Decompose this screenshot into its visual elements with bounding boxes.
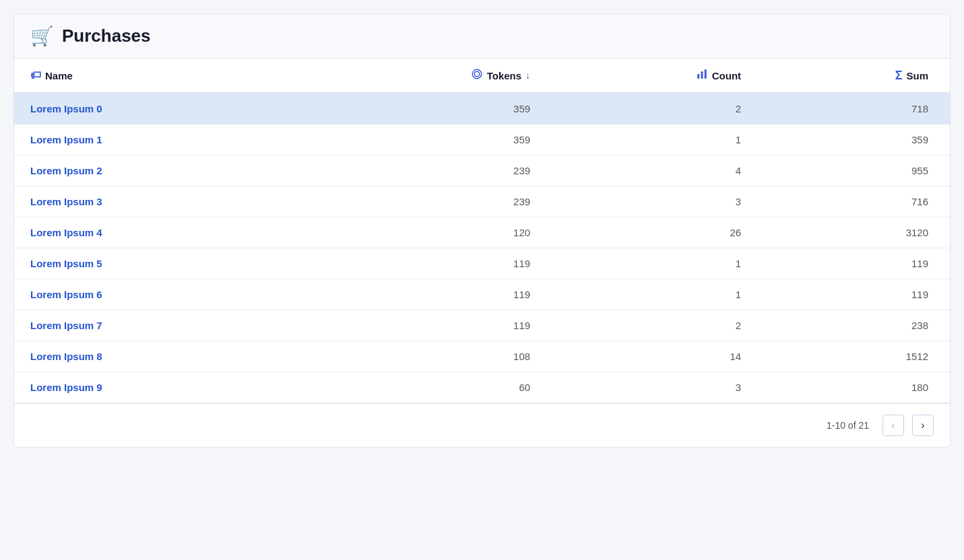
table-row: Lorem Ipsum 8108141512 <box>14 341 950 372</box>
cell-sum: 180 <box>757 372 950 403</box>
cell-name[interactable]: Lorem Ipsum 2 <box>14 155 297 186</box>
tokens-icon <box>471 68 483 83</box>
purchases-table: 🏷 Name <box>14 59 950 403</box>
svg-rect-3 <box>701 71 703 79</box>
cell-count: 26 <box>546 217 757 248</box>
col-header-count[interactable]: Count <box>546 59 757 93</box>
cell-count: 1 <box>546 125 757 155</box>
cart-icon: 🛒 <box>30 25 54 47</box>
table-row: Lorem Ipsum 13591359 <box>14 125 950 155</box>
table-row: Lorem Ipsum 71192238 <box>14 310 950 341</box>
cell-tokens: 119 <box>297 279 546 310</box>
cell-tokens: 108 <box>297 341 546 372</box>
cell-count: 3 <box>546 372 757 403</box>
cell-count: 2 <box>546 93 757 125</box>
cell-name[interactable]: Lorem Ipsum 9 <box>14 372 297 403</box>
cell-tokens: 119 <box>297 248 546 279</box>
bar-chart-icon <box>696 68 708 83</box>
table-row: Lorem Ipsum 9603180 <box>14 372 950 403</box>
svg-point-0 <box>472 69 482 79</box>
cell-sum: 718 <box>757 93 950 125</box>
table-container: 🏷 Name <box>14 59 950 403</box>
svg-rect-4 <box>705 69 707 79</box>
cell-sum: 955 <box>757 155 950 186</box>
cell-tokens: 239 <box>297 155 546 186</box>
cell-tokens: 239 <box>297 186 546 217</box>
table-row: Lorem Ipsum 4120263120 <box>14 217 950 248</box>
cell-name[interactable]: Lorem Ipsum 3 <box>14 186 297 217</box>
pagination-next-button[interactable]: › <box>912 415 934 436</box>
cell-sum: 3120 <box>757 217 950 248</box>
svg-rect-2 <box>697 74 699 79</box>
cell-name[interactable]: Lorem Ipsum 8 <box>14 341 297 372</box>
cell-sum: 359 <box>757 125 950 155</box>
svg-point-1 <box>474 71 480 77</box>
pagination-bar: 1-10 of 21 ‹ › <box>14 403 950 447</box>
col-header-name[interactable]: 🏷 Name <box>14 59 297 93</box>
page-title: Purchases <box>62 26 151 46</box>
cell-count: 1 <box>546 279 757 310</box>
col-header-tokens[interactable]: Tokens ↓ <box>297 59 546 93</box>
cell-tokens: 120 <box>297 217 546 248</box>
cell-tokens: 119 <box>297 310 546 341</box>
col-header-sum[interactable]: Σ Sum <box>757 59 950 93</box>
cell-sum: 119 <box>757 279 950 310</box>
sort-desc-icon: ↓ <box>525 70 530 81</box>
cell-name[interactable]: Lorem Ipsum 5 <box>14 248 297 279</box>
cell-count: 2 <box>546 310 757 341</box>
tag-icon: 🏷 <box>30 69 41 81</box>
table-row: Lorem Ipsum 32393716 <box>14 186 950 217</box>
purchases-panel: 🛒 Purchases 🏷 Name <box>13 13 951 448</box>
cell-count: 4 <box>546 155 757 186</box>
table-row: Lorem Ipsum 51191119 <box>14 248 950 279</box>
panel-header: 🛒 Purchases <box>14 14 950 59</box>
cell-count: 14 <box>546 341 757 372</box>
cell-name[interactable]: Lorem Ipsum 0 <box>14 93 297 125</box>
cell-sum: 119 <box>757 248 950 279</box>
table-row: Lorem Ipsum 03592718 <box>14 93 950 125</box>
pagination-prev-button[interactable]: ‹ <box>882 415 904 436</box>
cell-tokens: 359 <box>297 93 546 125</box>
cell-name[interactable]: Lorem Ipsum 6 <box>14 279 297 310</box>
cell-name[interactable]: Lorem Ipsum 4 <box>14 217 297 248</box>
cell-name[interactable]: Lorem Ipsum 1 <box>14 125 297 155</box>
table-row: Lorem Ipsum 61191119 <box>14 279 950 310</box>
cell-sum: 716 <box>757 186 950 217</box>
table-row: Lorem Ipsum 22394955 <box>14 155 950 186</box>
cell-sum: 1512 <box>757 341 950 372</box>
table-header-row: 🏷 Name <box>14 59 950 93</box>
cell-tokens: 60 <box>297 372 546 403</box>
cell-tokens: 359 <box>297 125 546 155</box>
cell-count: 3 <box>546 186 757 217</box>
pagination-info: 1-10 of 21 <box>827 420 869 431</box>
cell-sum: 238 <box>757 310 950 341</box>
cell-name[interactable]: Lorem Ipsum 7 <box>14 310 297 341</box>
cell-count: 1 <box>546 248 757 279</box>
sigma-icon: Σ <box>895 69 903 83</box>
